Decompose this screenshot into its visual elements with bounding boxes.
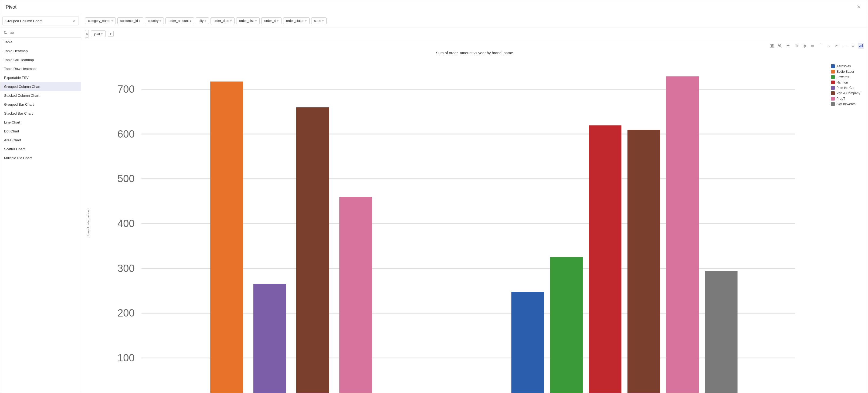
legend-item-pete-the-cat: Pete the Cat — [831, 86, 860, 90]
bar-2020-aerosoles — [511, 292, 544, 393]
bar-2020-edwards — [550, 257, 583, 393]
crosshair-icon[interactable]: ✛ — [785, 43, 791, 49]
zoom-in-icon[interactable] — [777, 43, 783, 49]
bar-2019-port — [296, 107, 329, 393]
main-content: Grouped Column Chart × ⇅ ⇄ TableTable He… — [0, 14, 868, 393]
legend-color-swatch — [831, 102, 835, 106]
svg-point-1 — [771, 46, 773, 47]
row-expand-button[interactable]: ▾ — [108, 31, 114, 37]
menu-item-scatter-chart[interactable]: Scatter Chart — [0, 145, 81, 153]
legend-item-skylinewears: Skylinewears — [831, 102, 860, 106]
menu-item-grouped-bar-chart[interactable]: Grouped Bar Chart — [0, 100, 81, 109]
menu-item-line-chart[interactable]: Line Chart — [0, 118, 81, 127]
legend-item-harriton: Harriton — [831, 81, 860, 84]
h-line-icon[interactable]: — — [842, 43, 848, 49]
menu-item-table-col-heatmap[interactable]: Table Col Heatmap — [0, 55, 81, 64]
bar-2020-propt — [666, 76, 699, 393]
legend-color-swatch — [831, 70, 835, 74]
svg-rect-7 — [861, 45, 862, 47]
chart-type-dropdown[interactable]: Grouped Column Chart × — [2, 16, 79, 25]
svg-text:400: 400 — [117, 218, 135, 229]
chart-type-selected-label: Grouped Column Chart — [5, 19, 41, 23]
chart-area: ✛ ⊞ ◎ ▭ ⌒ ⌂ ✂ — ≡ — [81, 40, 868, 393]
column-pill-city[interactable]: city▾ — [196, 17, 209, 24]
legend-label: Skylinewears — [836, 102, 856, 106]
menu-item-table[interactable]: Table — [0, 37, 81, 47]
svg-rect-0 — [770, 45, 774, 47]
v-line-icon[interactable]: ≡ — [850, 43, 856, 49]
bar-2020-skylinewears — [705, 271, 737, 393]
y-axis-label: Sum of order_amount — [85, 58, 90, 386]
svg-text:700: 700 — [117, 83, 135, 95]
legend-item-edwards: Edwards — [831, 75, 860, 79]
svg-text:500: 500 — [117, 173, 135, 184]
title-bar: Pivot ✕ — [0, 0, 868, 14]
column-pill-order_date[interactable]: order_date▾ — [211, 17, 235, 24]
column-pill-order_status[interactable]: order_status▾ — [283, 17, 310, 24]
bar-2020-port — [627, 130, 660, 393]
svg-rect-6 — [859, 46, 860, 47]
menu-item-multiple-pie-chart[interactable]: Multiple Pie Chart — [0, 153, 81, 163]
camera-icon[interactable] — [769, 43, 775, 49]
legend-color-swatch — [831, 75, 835, 79]
menu-item-stacked-column-chart[interactable]: Stacked Column Chart — [0, 91, 81, 100]
year-pill-arrow: ▾ — [101, 32, 102, 35]
legend-color-swatch — [831, 81, 835, 84]
svg-text:200: 200 — [117, 307, 135, 319]
right-panel: category_name▾customer_id▾country▾order_… — [81, 14, 868, 393]
legend-label: PropT — [836, 97, 845, 101]
bar-2019-propt — [339, 197, 372, 393]
clear-selection-button[interactable]: × — [72, 19, 76, 23]
legend-label: Pete the Cat — [836, 86, 855, 90]
svg-line-3 — [780, 46, 782, 47]
lasso2-icon[interactable]: ⌒ — [817, 43, 824, 49]
bar-2019-pete — [253, 284, 286, 393]
column-pill-category_name[interactable]: category_name▾ — [85, 17, 116, 24]
spike-lines-icon[interactable]: ✂ — [834, 43, 840, 49]
menu-item-table-heatmap[interactable]: Table Heatmap — [0, 47, 81, 55]
column-pill-order_disc[interactable]: order_disc▾ — [236, 17, 260, 24]
up-down-arrow-icon[interactable]: ⇅ — [3, 30, 7, 35]
menu-item-exportable-tsv[interactable]: Exportable TSV — [0, 73, 81, 82]
rect-select-icon[interactable]: ▭ — [809, 43, 815, 49]
chart-legend: Aerosoles Eddie Bauer Edwards Harriton P… — [831, 64, 860, 106]
close-button[interactable]: ✕ — [855, 4, 862, 10]
bar-2019-eddie-bauer — [210, 82, 243, 393]
svg-rect-8 — [862, 44, 863, 47]
legend-color-swatch — [831, 97, 835, 101]
legend-item-eddie-bauer: Eddie Bauer — [831, 70, 860, 74]
left-right-arrow-icon[interactable]: ⇄ — [10, 30, 14, 35]
legend-item-propt: PropT — [831, 97, 860, 101]
zoom-box-icon[interactable]: ⊞ — [793, 43, 799, 49]
svg-text:600: 600 — [117, 128, 135, 140]
legend-label: Edwards — [836, 75, 849, 79]
year-pill[interactable]: year ▾ — [91, 30, 105, 37]
chart-toolbar: ✛ ⊞ ◎ ▭ ⌒ ⌂ ✂ — ≡ — [85, 43, 864, 49]
column-pill-order_amount[interactable]: order_amount▾ — [165, 17, 194, 24]
column-pill-customer_id[interactable]: customer_id▾ — [117, 17, 143, 24]
legend-item-port-&-company: Port & Company — [831, 91, 860, 95]
bar-chart-icon[interactable] — [858, 43, 864, 49]
menu-item-area-chart[interactable]: Area Chart — [0, 136, 81, 145]
columns-row: category_name▾customer_id▾country▾order_… — [81, 14, 868, 28]
window-title: Pivot — [6, 4, 17, 10]
bar-2020-harriton — [589, 125, 621, 393]
resize-handle[interactable]: ⇅ — [85, 30, 89, 37]
reset-axes-icon[interactable]: ⌂ — [826, 43, 832, 49]
column-pill-state[interactable]: state▾ — [311, 17, 327, 24]
lasso-icon[interactable]: ◎ — [801, 43, 807, 49]
chart-svg: 0 100 200 300 400 500 600 700 — [90, 58, 864, 393]
column-pill-country[interactable]: country▾ — [145, 17, 164, 24]
menu-item-dot-chart[interactable]: Dot Chart — [0, 127, 81, 136]
menu-item-table-row-heatmap[interactable]: Table Row Heatmap — [0, 64, 81, 73]
menu-item-stacked-bar-chart[interactable]: Stacked Bar Chart — [0, 109, 81, 118]
chart-plot-area: 0 100 200 300 400 500 600 700 — [90, 58, 864, 386]
menu-item-grouped-column-chart[interactable]: Grouped Column Chart — [0, 82, 81, 91]
legend-label: Harriton — [836, 81, 848, 84]
legend-label: Aerosoles — [836, 64, 851, 68]
rows-area: ⇅ year ▾ ▾ — [81, 28, 868, 40]
legend-color-swatch — [831, 91, 835, 95]
legend-label: Port & Company — [836, 91, 860, 95]
sidebar: Grouped Column Chart × ⇅ ⇄ TableTable He… — [0, 14, 81, 393]
column-pill-order_id[interactable]: order_id▾ — [261, 17, 281, 24]
